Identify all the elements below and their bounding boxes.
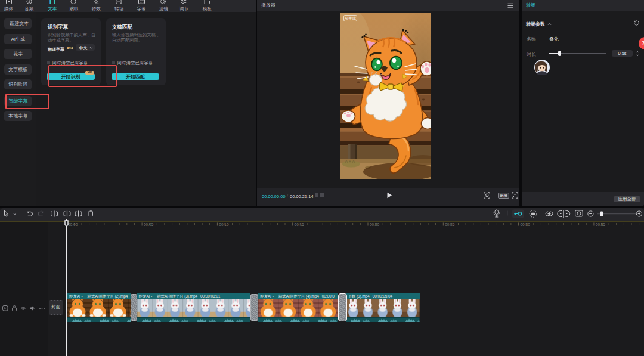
svg-text:00:05: 00:05 bbox=[144, 222, 154, 227]
svg-text:00:35: 00:35 bbox=[596, 222, 606, 227]
svg-text:00:10: 00:10 bbox=[219, 222, 229, 227]
svg-text:00:15: 00:15 bbox=[295, 222, 305, 227]
svg-text:00:30: 00:30 bbox=[521, 222, 531, 227]
svg-text:00:25: 00:25 bbox=[445, 222, 455, 227]
svg-text:00:00: 00:00 bbox=[68, 222, 78, 227]
svg-text:00:20: 00:20 bbox=[370, 222, 380, 227]
